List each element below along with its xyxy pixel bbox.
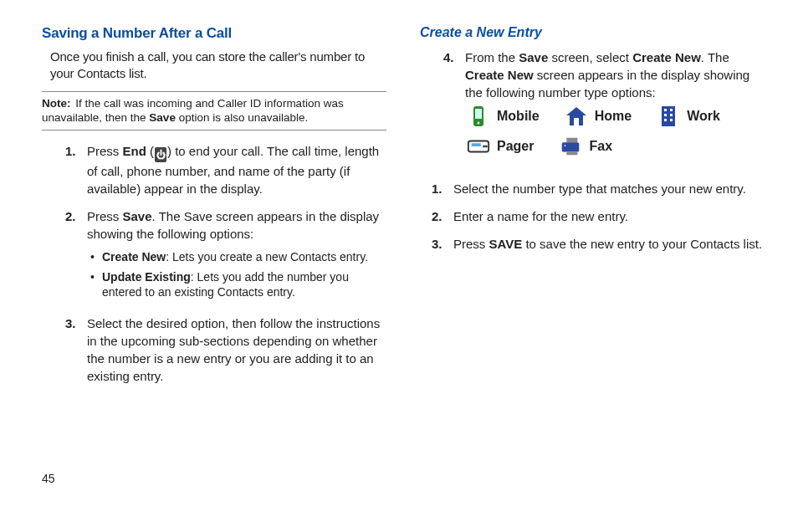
svg-rect-1 [475,109,482,119]
type-label: Home [595,107,632,125]
step-2: 2. Press Save. The Save screen appears i… [65,207,386,305]
step-body: Select the number type that matches your… [453,180,765,197]
note-label: Note: [42,97,71,110]
text: ( [146,144,154,158]
svg-point-18 [565,145,566,146]
document-page: Saving a Number After a Call Once you fi… [0,0,798,468]
svg-point-13 [483,146,485,148]
svg-rect-8 [670,114,673,116]
sub-steps-list: 1. Select the number type that matches y… [432,180,765,253]
subsection-heading: Create a New Entry [420,25,765,40]
note-body: If the call was incoming and Caller ID i… [42,97,344,125]
steps-list: 4. From the Save screen, select Create N… [443,49,765,170]
intro-paragraph: Once you finish a call, you can store th… [50,49,386,83]
bold: Create New [465,68,534,82]
svg-rect-17 [567,152,578,156]
type-label: Mobile [497,107,540,125]
step-1: 1. Press End (⏻) to end your call. The c… [65,142,386,197]
type-work: Work [657,105,720,128]
type-label: Fax [589,137,612,156]
bold: Create New [632,50,701,64]
step-number: 1. [65,142,87,197]
bullet: •Update Existing: Lets you add the numbe… [90,269,386,299]
type-home: Home [565,105,632,128]
svg-rect-12 [472,143,481,146]
step-number: 2. [432,207,453,225]
step-body: From the Save screen, select Create New.… [465,49,765,170]
step-4: 4. From the Save screen, select Create N… [443,49,765,170]
note-text: option is also unavailable. [176,111,308,124]
step-number: 1. [432,180,453,197]
step-3: 3. Select the desired option, then follo… [65,315,386,385]
type-label: Pager [497,137,534,156]
note-box: Note: If the call was incoming and Calle… [42,91,386,130]
text: to save the new entry to your Contacts l… [522,237,762,251]
step-body: Press Save. The Save screen appears in t… [87,207,386,305]
bold: Save [123,209,152,223]
section-heading: Saving a Number After a Call [42,25,386,42]
type-fax: Fax [559,135,612,158]
bold: End [123,144,146,158]
svg-rect-16 [562,142,580,151]
svg-point-2 [478,122,480,125]
note-bold: Save [149,111,176,124]
text: screen, select [548,50,632,64]
number-types: Mobile Home Work [467,105,765,158]
page-number: 45 [42,472,798,485]
svg-rect-10 [670,119,673,121]
svg-rect-15 [567,138,578,143]
svg-rect-6 [670,109,673,111]
step-body: Press End (⏻) to end your call. The call… [87,142,386,197]
svg-rect-4 [662,106,675,126]
type-pager: Pager [467,135,534,158]
step-number: 4. [443,49,465,170]
step-body: Select the desired option, then follow t… [87,315,386,385]
left-column: Saving a Number After a Call Once you fi… [42,25,386,452]
bullet-dot: • [90,269,102,299]
svg-rect-5 [664,109,667,111]
text: From the [465,50,519,64]
home-icon [565,105,588,128]
bullet-body: Update Existing: Lets you add the number… [102,269,386,299]
bullet-body: Create New: Lets you create a new Contac… [102,249,368,264]
bullet-dot: • [90,249,102,264]
fax-icon [559,135,582,158]
step-number: 2. [65,207,87,305]
svg-rect-3 [574,118,579,125]
bold: Update Existing [102,270,191,284]
step-body: Enter a name for the new entry. [453,207,765,225]
text: Press [87,144,123,158]
pager-icon [467,135,490,158]
svg-rect-7 [664,114,667,116]
text: : Lets you create a new Contacts entry. [166,250,368,263]
sub-step-1: 1. Select the number type that matches y… [432,180,765,197]
bold: SAVE [489,237,523,251]
steps-list: 1. Press End (⏻) to end your call. The c… [65,142,386,386]
right-column: Create a New Entry 4. From the Save scre… [420,25,765,452]
type-label: Work [687,107,720,125]
end-key-icon: ⏻ [155,147,166,162]
sub-step-3: 3. Press SAVE to save the new entry to y… [432,235,765,253]
bullet: •Create New: Lets you create a new Conta… [90,249,386,264]
bold: Create New [102,250,166,263]
text: Press [453,237,489,251]
mobile-icon [467,105,490,128]
step-number: 3. [65,315,87,385]
type-mobile: Mobile [467,105,540,128]
bold: Save [519,50,548,64]
svg-rect-9 [664,119,667,121]
step-body: Press SAVE to save the new entry to your… [453,235,765,253]
bullet-list: •Create New: Lets you create a new Conta… [90,249,386,300]
step-number: 3. [432,235,453,253]
text: Press [87,209,123,223]
work-icon [657,105,680,128]
text: . The [701,50,729,64]
svg-point-14 [485,146,488,148]
sub-step-2: 2. Enter a name for the new entry. [432,207,765,225]
